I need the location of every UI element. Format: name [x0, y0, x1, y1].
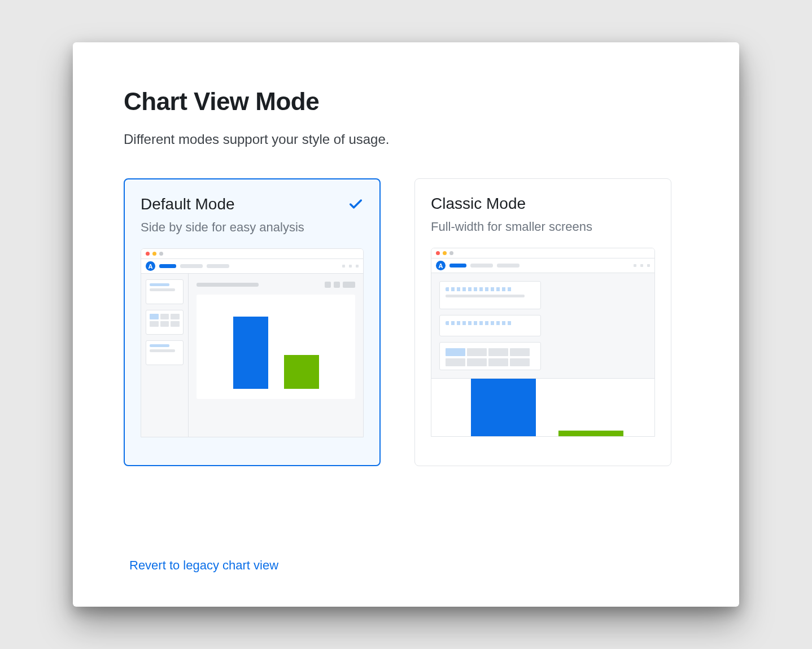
preview-default: A: [141, 248, 364, 437]
chart-bar-green: [284, 355, 319, 389]
chart-bar-green: [558, 431, 623, 437]
card-desc-classic: Full-width for smaller screens: [431, 220, 655, 234]
toolbar-dot-icon: [342, 265, 345, 268]
toolbar-dot-icon: [640, 264, 643, 267]
classic-card: [439, 315, 541, 336]
toolbar-pill: [449, 264, 466, 268]
header-line-placeholder: [197, 283, 259, 287]
preview-chart: [197, 295, 355, 399]
app-logo-icon: A: [146, 261, 155, 271]
app-logo-icon: A: [436, 261, 446, 270]
preview-titlebar: [141, 249, 363, 259]
toolbar-pill: [207, 264, 229, 268]
header-icon: [343, 282, 355, 288]
preview-main: [189, 274, 363, 437]
preview-main-header: [197, 282, 355, 288]
chart-view-mode-panel: Chart View Mode Different modes support …: [73, 42, 739, 607]
sidebar-item: [146, 279, 184, 304]
sidebar-item: [146, 340, 184, 365]
toolbar-dot-icon: [634, 264, 636, 267]
preview-body: [141, 274, 363, 437]
sidebar-item: [146, 310, 184, 335]
toolbar-pill: [180, 264, 203, 268]
traffic-light-red-icon: [146, 252, 150, 256]
card-desc-default: Side by side for easy analysis: [141, 220, 364, 235]
traffic-light-gray-icon: [449, 251, 453, 255]
mode-card-default[interactable]: Default Mode Side by side for easy analy…: [124, 178, 381, 466]
preview-toolbar: A: [141, 259, 363, 274]
preview-top-cards: [431, 273, 654, 370]
preview-titlebar: [431, 248, 654, 258]
chart-bar-blue: [233, 317, 268, 389]
mode-card-classic[interactable]: Classic Mode Full-width for smaller scre…: [414, 178, 671, 466]
traffic-light-yellow-icon: [443, 251, 447, 255]
traffic-light-red-icon: [436, 251, 440, 255]
header-icon: [325, 282, 331, 288]
preview-chart: [431, 378, 654, 437]
preview-classic: A: [431, 248, 655, 437]
card-header: Default Mode: [141, 195, 364, 213]
toolbar-dot-icon: [647, 264, 650, 267]
toolbar-dot-icon: [349, 265, 352, 268]
classic-card: [439, 342, 541, 370]
page-title: Chart View Mode: [124, 87, 688, 116]
card-title-default: Default Mode: [141, 195, 235, 213]
traffic-light-gray-icon: [159, 252, 163, 256]
revert-link[interactable]: Revert to legacy chart view: [129, 558, 278, 573]
toolbar-pill: [497, 264, 519, 268]
page-subtitle: Different modes support your style of us…: [124, 131, 688, 147]
preview-toolbar: A: [431, 258, 654, 273]
classic-card: [439, 281, 541, 309]
toolbar-pill: [159, 264, 176, 268]
header-icon: [334, 282, 340, 288]
chart-bar-blue: [471, 379, 536, 437]
preview-body: [431, 273, 654, 436]
checkmark-icon: [348, 196, 364, 212]
traffic-light-yellow-icon: [152, 252, 156, 256]
toolbar-dot-icon: [356, 265, 359, 268]
mode-cards: Default Mode Side by side for easy analy…: [124, 178, 688, 466]
preview-sidebar: [141, 274, 189, 437]
card-header: Classic Mode: [431, 195, 655, 213]
card-title-classic: Classic Mode: [431, 195, 526, 213]
toolbar-pill: [470, 264, 493, 268]
